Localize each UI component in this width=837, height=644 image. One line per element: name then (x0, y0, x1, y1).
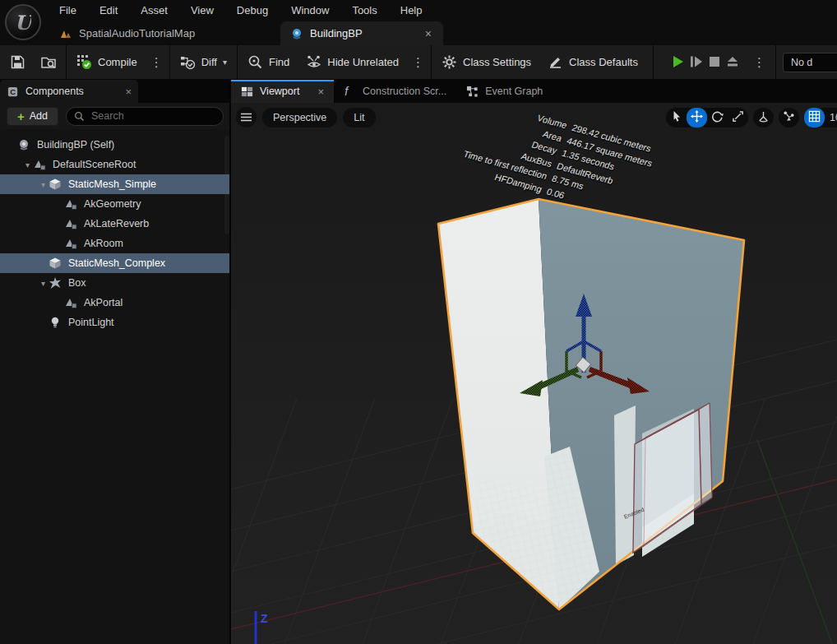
component-label: DefaultSceneRoot (53, 159, 136, 170)
static-mesh-icon (49, 178, 62, 192)
menu-debug[interactable]: Debug (225, 0, 280, 21)
main-area: Viewport×fConstruction Scr...Event Graph (231, 80, 837, 644)
component-label: StaticMesh_Complex (68, 257, 165, 269)
components-icon: C (7, 86, 19, 98)
expander-arrow-icon[interactable]: ▾ (38, 279, 49, 288)
menu-file[interactable]: File (48, 0, 88, 21)
scale-tool-button[interactable] (728, 108, 748, 127)
diff-button[interactable]: Diff ▾ (172, 50, 235, 75)
component-label: Box (68, 277, 86, 289)
search-icon (74, 111, 85, 122)
search-input[interactable] (90, 109, 215, 123)
components-panel: C Components × + Add BuildingBP (Self)▾D… (0, 80, 230, 644)
component-row[interactable]: AkPortal (0, 293, 230, 313)
compile-label: Compile (98, 56, 137, 68)
grid-icon (808, 110, 821, 126)
unreal-logo-icon: U (5, 4, 41, 40)
compile-options-button[interactable]: ⋮ (146, 55, 168, 70)
component-row[interactable]: PointLight (0, 313, 230, 332)
class-settings-button[interactable]: Class Settings (433, 50, 539, 75)
tab-construction-scr[interactable]: fConstruction Scr... (334, 80, 456, 103)
hamburger-icon (241, 113, 252, 122)
level-icon (59, 27, 72, 40)
tab-components[interactable]: C Components × (0, 80, 138, 103)
scene-component-icon (33, 158, 47, 172)
hide-unrelated-options-button[interactable]: ⋮ (407, 55, 429, 70)
point-light-icon (49, 316, 62, 330)
world-y-axis-line (757, 440, 837, 644)
component-row[interactable]: BuildingBP (Self) (0, 135, 230, 155)
viewport-3d[interactable]: Z (231, 103, 837, 644)
world-z-axis-marker: Z (256, 611, 268, 644)
component-row[interactable]: ▾DefaultSceneRoot (0, 155, 230, 174)
menu-help[interactable]: Help (389, 0, 434, 21)
component-label: PointLight (68, 317, 114, 328)
interior-wall-strip (614, 405, 636, 565)
rotate-tool-button[interactable] (707, 108, 728, 127)
function-icon: f (344, 86, 356, 98)
perspective-dropdown[interactable]: Perspective (262, 108, 337, 127)
tab-label: Construction Scr... (363, 86, 446, 97)
viewport-right-controls: 10 (666, 108, 837, 127)
debug-object-dropdown[interactable]: No d (783, 53, 837, 72)
scene-component-icon (64, 217, 78, 231)
menu-view[interactable]: View (179, 0, 225, 21)
close-icon[interactable]: × (423, 27, 433, 40)
tab-label: Viewport (260, 86, 299, 97)
component-row[interactable]: ▾Box (0, 273, 230, 293)
component-row[interactable]: StaticMesh_Complex (0, 253, 230, 273)
class-defaults-button[interactable]: Class Defaults (539, 50, 646, 75)
component-search-box[interactable] (66, 107, 224, 126)
select-tool-button[interactable] (666, 108, 687, 127)
view-mode-dropdown[interactable]: Lit (343, 108, 375, 127)
menu-window[interactable]: Window (280, 0, 340, 21)
component-row[interactable]: AkLateReverb (0, 214, 230, 234)
play-options-button[interactable]: ⋮ (748, 55, 770, 70)
svg-text:Z: Z (261, 612, 268, 625)
expander-arrow-icon[interactable]: ▾ (38, 180, 49, 189)
surface-snap-icon (783, 110, 795, 126)
surface-snap-button[interactable] (779, 108, 799, 127)
grid-snap-button[interactable] (804, 108, 825, 127)
component-row[interactable]: AkRoom (0, 234, 230, 253)
scene-component-icon (64, 296, 78, 310)
component-label: AkLateReverb (84, 218, 149, 229)
find-button[interactable]: Find (239, 50, 298, 75)
save-button[interactable] (0, 50, 32, 75)
menu-asset[interactable]: Asset (129, 0, 179, 21)
add-component-button[interactable]: + Add (7, 107, 58, 126)
component-row[interactable]: ▾StaticMesh_Simple (0, 174, 230, 194)
building-static-mesh[interactable] (438, 199, 744, 609)
svg-text:C: C (10, 88, 16, 96)
asset-tab-buildingbp[interactable]: BuildingBP× (280, 21, 443, 45)
viewport-tabbar: Viewport×fConstruction Scr...Event Graph (231, 80, 837, 103)
asset-tab-spatialaudiotutorialmap[interactable]: SpatialAudioTutorialMap (49, 21, 220, 45)
stop-button[interactable] (708, 55, 721, 70)
frame-skip-button[interactable] (690, 55, 703, 70)
browse-icon (40, 54, 56, 70)
expander-arrow-icon[interactable]: ▾ (22, 160, 33, 169)
menu-bar: FileEditAssetViewDebugWindowToolsHelp (48, 0, 434, 21)
move-tool-button[interactable] (687, 108, 707, 127)
close-icon[interactable]: × (317, 86, 324, 98)
grid-snap-value[interactable]: 10 (830, 112, 837, 123)
add-label: Add (30, 110, 48, 122)
find-label: Find (269, 56, 289, 68)
eject-button[interactable] (726, 55, 739, 70)
viewport-menu-button[interactable] (236, 107, 257, 127)
component-row[interactable]: AkGeometry (0, 194, 230, 214)
browse-button[interactable] (32, 50, 64, 75)
hide-unrelated-button[interactable]: Hide Unrelated (298, 50, 407, 75)
play-button[interactable] (672, 55, 685, 70)
menu-edit[interactable]: Edit (88, 0, 129, 21)
tab-viewport[interactable]: Viewport× (231, 80, 334, 103)
tab-label: Event Graph (485, 86, 543, 97)
compile-button[interactable]: Compile (68, 50, 146, 75)
menu-tools[interactable]: Tools (340, 0, 388, 21)
viewport-left-controls: Perspective Lit (236, 107, 376, 127)
tab-event-graph[interactable]: Event Graph (456, 80, 553, 103)
close-icon[interactable]: × (125, 86, 132, 98)
coordinate-space-button[interactable] (753, 108, 774, 127)
component-label: AkRoom (84, 238, 123, 249)
scene-component-icon (64, 197, 78, 211)
